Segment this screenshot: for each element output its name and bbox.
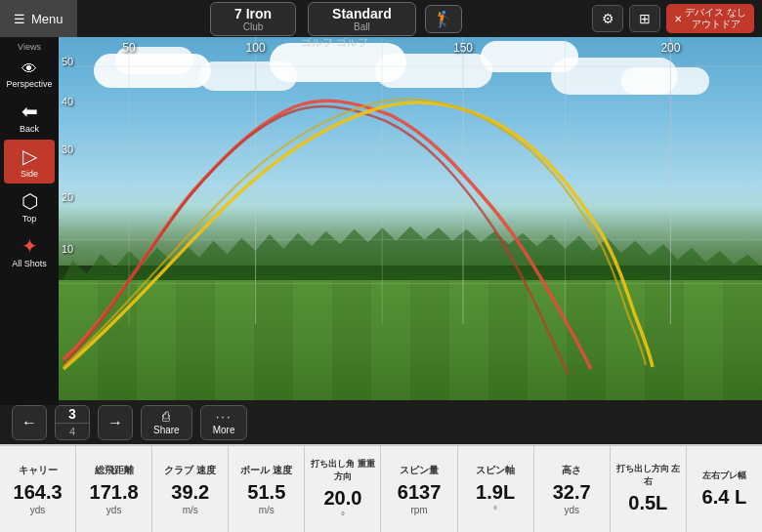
distance-200-label: 200 [660, 41, 680, 55]
total-distance-unit: yds [106, 505, 122, 515]
side-icon: ▷ [22, 144, 37, 168]
all-shots-label: All Shots [12, 259, 47, 268]
shot-current: 3 [56, 405, 89, 424]
club-sub: Club [234, 21, 272, 32]
club-speed-label: クラブ 速度 [164, 464, 216, 477]
total-distance-value: 171.8 [90, 481, 139, 504]
total-distance-label: 総飛距離 [95, 464, 134, 477]
ball-speed-unit: m/s [259, 505, 275, 515]
more-icon: ··· [216, 409, 233, 424]
distance-150-label: 150 [453, 41, 473, 55]
distance-50-label: 50 [122, 41, 135, 55]
sidebar-item-top[interactable]: ⬡ Top [4, 184, 55, 228]
lateral-spread-value: 6.4 L [702, 486, 747, 509]
stat-club-speed: クラブ 速度 39.2 m/s [152, 446, 229, 532]
grid-icon: ⊞ [639, 11, 651, 26]
stat-spin-axis: スピン軸 1.9L ° [458, 446, 534, 532]
side-label: Side [21, 169, 38, 179]
prev-arrow-icon: ← [21, 414, 37, 431]
top-bar: ☰ Menu 7 Iron Club Standard Ball 🏌 ゴルフ ゴ… [0, 0, 762, 37]
height-10-label: 10 [62, 243, 73, 255]
more-label: More [213, 425, 235, 435]
settings-icon: ⚙ [602, 11, 614, 26]
golf-label: ゴルフ ゴルフ [301, 35, 368, 50]
golf-scene: 50 100 150 200 50 40 30 20 10 [59, 37, 762, 405]
spin-axis-value: 1.9L [476, 481, 515, 504]
prev-shot-button[interactable]: ← [12, 405, 47, 440]
spin-axis-unit: ° [493, 505, 497, 515]
stat-height: 高さ 32.7 yds [534, 446, 611, 532]
launch-direction-label: 打ち出し方向 左右 [613, 463, 684, 488]
stat-launch-direction: 打ち出し方向 左右 0.5L [611, 446, 687, 532]
top-label: Top [22, 214, 37, 224]
spin-axis-label: スピン軸 [476, 464, 515, 477]
back-label: Back [20, 124, 39, 134]
ball-speed-label: ボール 速度 [240, 464, 292, 477]
settings-button[interactable]: ⚙ [592, 5, 623, 32]
launch-direction-value: 0.5L [628, 492, 667, 514]
club-speed-value: 39.2 [171, 481, 209, 504]
more-button[interactable]: ··· More [200, 405, 248, 440]
perspective-label: Perspective [6, 79, 52, 89]
launch-angle-unit: ° [341, 511, 345, 521]
sidebar-item-perspective[interactable]: 👁 Perspective [4, 56, 55, 94]
stat-ball-speed: ボール 速度 51.5 m/s [229, 446, 305, 532]
height-40-label: 40 [62, 96, 73, 107]
next-arrow-icon: → [107, 414, 123, 431]
top-center: 7 Iron Club Standard Ball 🏌 ゴルフ ゴルフ [77, 2, 593, 36]
sidebar-item-all-shots[interactable]: ✦ All Shots [4, 229, 55, 273]
share-button[interactable]: ⎙ Share [141, 405, 192, 440]
close-icon: ✕ [674, 14, 682, 24]
club-selector[interactable]: 7 Iron Club [210, 2, 296, 36]
carry-unit: yds [30, 505, 46, 515]
share-label: Share [153, 425, 180, 435]
menu-button[interactable]: ☰ Menu [0, 0, 77, 37]
lateral-spread-label: 左右ブレ幅 [702, 470, 746, 482]
height-stat-unit: yds [564, 505, 579, 515]
top-right-controls: ⚙ ⊞ ✕ デバイス なし アウトドア [592, 4, 754, 33]
back-icon: ⬅ [21, 100, 38, 123]
device-label: デバイス なし アウトドア [685, 7, 746, 30]
launch-angle-value: 20.0 [323, 487, 361, 510]
player-icon: 🏌 [434, 11, 453, 27]
carry-label: キャリー [19, 464, 58, 477]
stat-spin: スピン量 6137 rpm [381, 446, 457, 532]
next-shot-button[interactable]: → [98, 405, 133, 440]
shot-counter: 3 4 [55, 405, 90, 440]
share-icon: ⎙ [162, 409, 170, 424]
height-50-label: 50 [62, 56, 73, 67]
ball-name: Standard [332, 6, 392, 21]
club-name: 7 Iron [234, 6, 272, 21]
sidebar-item-side[interactable]: ▷ Side [4, 140, 55, 184]
player-button[interactable]: 🏌 [425, 5, 462, 33]
ball-selector[interactable]: Standard Ball [308, 2, 416, 36]
top-icon: ⬡ [21, 189, 38, 213]
grid-button[interactable]: ⊞ [629, 5, 660, 32]
club-speed-unit: m/s [183, 505, 198, 515]
height-20-label: 20 [62, 191, 73, 203]
spin-value: 6137 [398, 481, 442, 504]
device-button[interactable]: ✕ デバイス なし アウトドア [666, 4, 754, 33]
ball-speed-value: 51.5 [247, 481, 285, 504]
all-shots-icon: ✦ [21, 234, 38, 258]
carry-value: 164.3 [14, 481, 63, 504]
stat-lateral-spread: 左右ブレ幅 6.4 L [687, 446, 762, 532]
sidebar: Views 👁 Perspective ⬅ Back ▷ Side ⬡ Top … [0, 37, 59, 405]
spin-label: スピン量 [400, 464, 439, 477]
spin-unit: rpm [410, 505, 427, 515]
stat-carry: キャリー 164.3 yds [0, 446, 76, 532]
height-label: 高さ [562, 464, 581, 477]
shot-total: 4 [69, 424, 75, 439]
menu-label: Menu [31, 12, 64, 26]
stats-bar: キャリー 164.3 yds 総飛距離 171.8 yds クラブ 速度 39.… [0, 444, 762, 532]
launch-angle-label: 打ち出し角 重重方向 [307, 458, 378, 483]
distance-100-label: 100 [246, 41, 266, 55]
stat-total-distance: 総飛距離 171.8 yds [76, 446, 152, 532]
bottom-controls: ← 3 4 → ⎙ Share ··· More [0, 400, 762, 444]
hamburger-icon: ☰ [14, 12, 25, 26]
sidebar-item-back[interactable]: ⬅ Back [4, 95, 55, 139]
ball-sub: Ball [332, 21, 392, 32]
perspective-icon: 👁 [21, 61, 37, 78]
views-label: Views [0, 39, 59, 55]
stat-launch-angle: 打ち出し角 重重方向 20.0 ° [305, 446, 381, 532]
